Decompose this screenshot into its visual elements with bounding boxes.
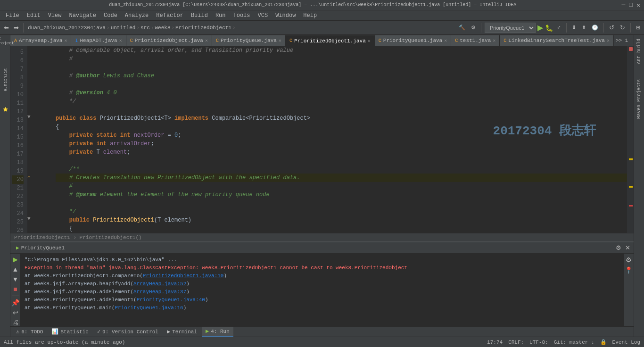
breadcrumb-project[interactable]: duan_zhixuan_20172304java [28,25,106,31]
tab-test1[interactable]: C test1.java ✕ [451,35,500,46]
code-line-12 [56,106,630,114]
menu-file[interactable]: File [2,11,23,20]
strip-run[interactable]: ▶ 4: Run [202,327,233,337]
tab-close-linkedbinary[interactable]: ✕ [607,38,610,43]
menu-run[interactable]: Run [212,11,230,20]
toolbar-forward-btn[interactable]: ➡ [12,23,21,32]
sidebar-project-icon[interactable]: 1: Project [1,37,9,45]
tab-close-heapadt[interactable]: ✕ [119,38,122,43]
undo-btn[interactable]: ↺ [607,23,616,32]
menu-refactor[interactable]: Refactor [152,11,187,20]
event-log[interactable]: Event Log [612,339,640,345]
link-priorityqueue1-16[interactable]: PriorityQueue1.java:16 [115,305,183,311]
stop-btn[interactable]: ■ [11,285,20,293]
link-priorityqueue1-40[interactable]: PriorityQueue1.java:40 [137,297,205,303]
vcs-commit-btn[interactable]: ⬆ [580,24,588,32]
breadcrumb-class[interactable]: PrioritizedObject1 [175,25,231,31]
tab-prioritizedobject1[interactable]: C PrioritizedObject1.java ✕ [286,35,375,46]
tab-close-priorityqueue[interactable]: ✕ [279,38,281,43]
tab-heapadt[interactable]: I HeapADT.java ✕ [71,35,126,46]
menu-code[interactable]: Code [100,11,121,20]
minimize-btn[interactable]: ─ [622,1,626,9]
file-tabs: A ArrayHeap.java ✕ I HeapADT.java ✕ C Pr… [10,35,634,46]
panel-close-btn[interactable]: ✕ [624,244,632,252]
status-encoding[interactable]: UTF-8: [529,339,548,345]
run-button[interactable]: ▶ [537,23,543,32]
link-prioritizedobject1-10[interactable]: PrioritizedObject1.java:10 [143,273,224,279]
toolbar-back-btn[interactable]: ⬅ [2,23,11,32]
toolbar-settings-btn[interactable]: ⚙ [469,24,478,32]
sidebar-favorites-icon[interactable]: ⭐ [1,105,9,113]
maximize-btn[interactable]: □ [629,1,633,9]
run-config-select[interactable]: PriorityQueue1 [485,23,536,33]
vcs-update-btn[interactable]: ⬇ [570,24,578,32]
sidebar-maven-projects[interactable]: Maven Projects [636,77,643,121]
breadcrumb-week8[interactable]: week8 [155,25,170,31]
tab-arrayheap[interactable]: A ArrayHeap.java ✕ [10,35,71,46]
error-indicator-2 [629,205,633,207]
panel-settings-btn[interactable]: ⚙ [614,244,623,252]
bottom-panel: ▶ PriorityQueue1 ⚙ ✕ ▶ ▲ ▼ ■ [10,241,634,326]
strip-terminal[interactable]: ▶ Terminal [163,327,201,337]
right-scroll-gutter[interactable] [627,46,634,233]
strip-todo[interactable]: ⚠ 6: TODO [12,327,47,337]
sidebar-ant-build[interactable]: Ant build [636,37,643,66]
wrap-btn[interactable]: ↩ [11,309,20,317]
rerun-btn[interactable]: ▶ [11,256,20,264]
sidebar-structure-icon[interactable]: Structure [1,75,9,84]
menu-build[interactable]: Build [187,11,212,20]
run-settings-btn[interactable]: ⚙ [625,256,633,264]
strip-vcs[interactable]: ✓ 9: Version Control [93,327,162,337]
menu-edit[interactable]: Edit [23,11,44,20]
redo-btn[interactable]: ↻ [618,23,627,32]
breadcrumb-module[interactable]: untitled [111,25,136,31]
bottom-tab-run[interactable]: ▶ PriorityQueue1 [10,242,70,254]
scroll-down-btn[interactable]: ▼ [11,275,20,283]
tab-close-prioritizedobject[interactable]: ✕ [205,38,208,43]
tab-close-prioritizedobject1[interactable]: ✕ [368,38,371,44]
tab-close-priorityqueue1[interactable]: ✕ [444,38,447,43]
toolbar-build-btn[interactable]: 🔨 [457,24,467,32]
strip-terminal-label: Terminal [172,329,197,335]
pin-btn[interactable]: 📌 [11,299,20,307]
link-arrayheap-52[interactable]: ArrayHeap.java:52 [133,281,186,287]
vcs-history-btn[interactable]: 🕐 [590,24,600,32]
debug-button[interactable]: 🐛 [545,24,553,32]
tab-label-test1: test1.java [460,38,491,43]
tabs-overflow-btn[interactable]: >> 1 [614,38,630,43]
tab-label-linkedbinary: LinkedBinarySearchTreeTest.java [508,38,605,43]
scroll-up-btn[interactable]: ▲ [11,265,20,273]
fold-arrow-method[interactable]: ▼ [27,216,35,224]
coverage-btn[interactable]: ✓ [555,24,563,32]
menu-view[interactable]: View [44,11,66,20]
fold-arrow-class[interactable]: ▼ [27,114,35,123]
print-btn[interactable]: 🖨 [11,318,20,326]
code-content[interactable]: 20172304 段志轩 # comparable object, arriva… [52,46,634,233]
status-position[interactable]: 17:74 [487,339,503,345]
breadcrumb-src[interactable]: src [140,25,150,31]
tab-icon-heapadt: I [75,38,78,43]
menu-analyze[interactable]: Analyze [121,11,152,20]
menu-vcs[interactable]: VCS [254,11,272,20]
tab-prioritizedobject[interactable]: C PrioritizedObject.java ✕ [126,35,212,46]
strip-statistic[interactable]: 📊 Statistic [48,327,92,337]
tab-label-prioritizedobject1: PrioritizedObject1.java [294,38,366,44]
output-line-1: "C:\Program Files\Java\jdk1.8.0_162\bin\… [25,256,619,264]
tab-priorityqueue1[interactable]: C PriorityQueue1.java ✕ [375,35,451,46]
tab-close-test1[interactable]: ✕ [493,38,495,43]
link-arrayheap-37[interactable]: ArrayHeap.java:37 [133,289,186,295]
status-vcs[interactable]: Git: master ↓ [554,339,594,345]
menu-navigate[interactable]: Navigate [65,11,100,20]
menu-tools[interactable]: Tools [230,11,254,20]
tab-close-arrayheap[interactable]: ✕ [64,38,67,43]
menu-help[interactable]: Help [299,11,321,20]
layout-btn[interactable]: ⊞ [634,24,642,32]
tab-linkedbinary[interactable]: C LinkedBinarySearchTreeTest.java ✕ [500,35,614,46]
tab-priorityqueue[interactable]: C PriorityQueue.java ✕ [212,35,286,46]
status-line-ending[interactable]: CRLF: [508,339,524,345]
run-pin-btn[interactable]: 📍 [625,266,633,274]
run-output[interactable]: "C:\Program Files\Java\jdk1.8.0_162\bin\… [21,254,623,326]
close-btn[interactable]: ✕ [636,1,640,9]
menu-window[interactable]: Window [272,11,299,20]
code-line-15: private static int nextOrder = 0; [56,131,630,140]
